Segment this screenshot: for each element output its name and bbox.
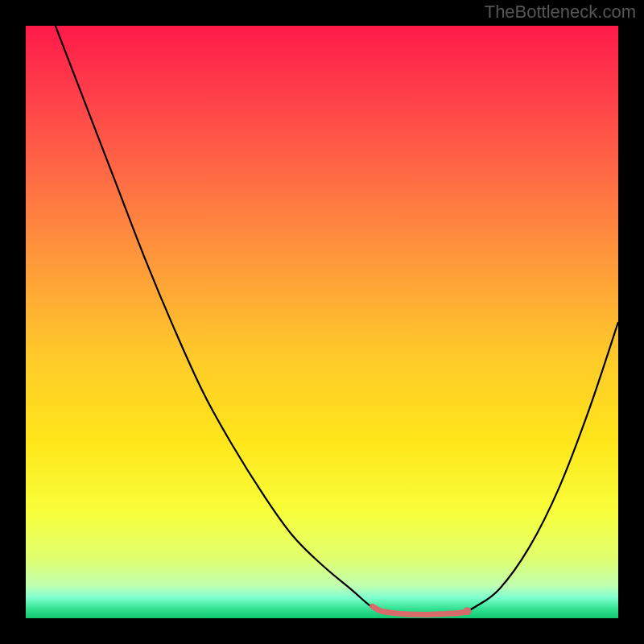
bottleneck-chart [0,0,644,644]
chart-background [26,26,618,618]
chart-container: TheBottleneck.com [0,0,644,644]
watermark-text: TheBottleneck.com [485,2,636,23]
optimal-point-marker [463,607,471,615]
